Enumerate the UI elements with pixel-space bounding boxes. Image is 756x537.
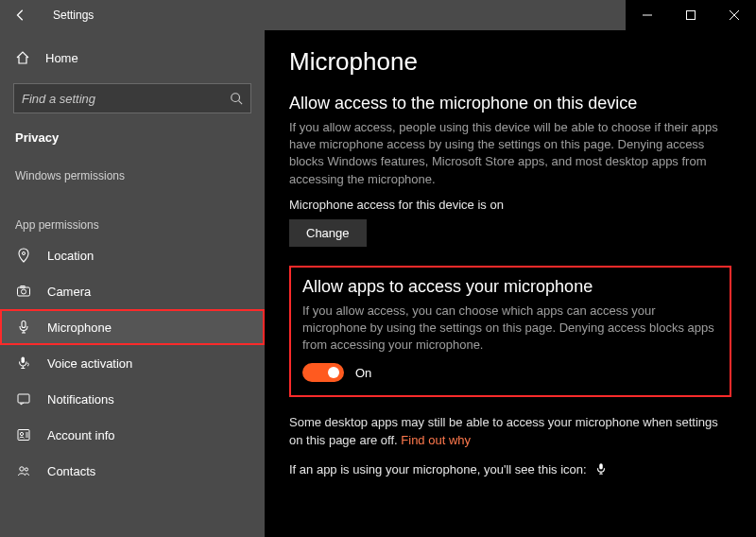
device-access-description: If you allow access, people using this d… xyxy=(289,119,731,188)
account-icon xyxy=(15,427,32,442)
sidebar-item-label: Voice activation xyxy=(47,356,132,371)
voice-icon xyxy=(15,355,32,371)
home-nav[interactable]: Home xyxy=(0,40,265,76)
svg-rect-8 xyxy=(18,394,29,403)
search-box[interactable] xyxy=(13,83,251,113)
svg-point-1 xyxy=(232,94,240,102)
sidebar-item-label: Account info xyxy=(47,428,115,442)
notifications-icon xyxy=(15,391,32,407)
sidebar-item-voice-activation[interactable]: Voice activation xyxy=(0,345,265,381)
svg-rect-13 xyxy=(599,464,603,470)
content-pane: Microphone Allow access to the microphon… xyxy=(265,30,756,537)
highlighted-section: Allow apps to access your microphone If … xyxy=(289,266,731,398)
desktop-apps-note: Some desktop apps may still be able to a… xyxy=(289,414,731,448)
sidebar-item-microphone[interactable]: Microphone xyxy=(0,309,265,345)
maximize-button[interactable] xyxy=(669,0,713,30)
minimize-button[interactable] xyxy=(626,0,669,30)
device-access-status: Microphone access for this device is on xyxy=(289,198,731,212)
maximize-icon xyxy=(686,10,696,20)
app-access-toggle[interactable] xyxy=(302,363,344,382)
arrow-left-icon xyxy=(14,9,27,22)
svg-rect-0 xyxy=(687,11,696,20)
sidebar-item-account-info[interactable]: Account info xyxy=(0,417,265,453)
device-access-heading: Allow access to the microphone on this d… xyxy=(289,94,731,113)
sidebar-item-label: Contacts xyxy=(47,464,95,478)
close-button[interactable] xyxy=(713,0,756,30)
svg-rect-6 xyxy=(22,321,26,328)
search-input[interactable] xyxy=(22,92,230,106)
minimize-icon xyxy=(643,10,652,20)
svg-point-12 xyxy=(25,468,27,471)
camera-icon xyxy=(15,284,32,299)
usage-icon-note: If an app is using your microphone, you'… xyxy=(289,462,587,476)
microphone-icon xyxy=(15,320,32,335)
sidebar-item-contacts[interactable]: Contacts xyxy=(0,453,265,489)
toggle-knob xyxy=(328,367,339,378)
home-icon xyxy=(15,50,30,65)
back-button[interactable] xyxy=(0,0,42,30)
sidebar-item-label: Location xyxy=(47,249,94,263)
location-icon xyxy=(15,248,32,263)
microphone-indicator-icon xyxy=(594,462,608,476)
search-icon xyxy=(230,92,243,105)
sidebar-item-notifications[interactable]: Notifications xyxy=(0,381,265,417)
change-button[interactable]: Change xyxy=(289,219,367,247)
app-access-heading: Allow apps to access your microphone xyxy=(302,277,718,297)
window-title: Settings xyxy=(42,9,94,22)
svg-rect-3 xyxy=(18,287,30,296)
home-label: Home xyxy=(45,51,78,65)
sidebar-item-label: Camera xyxy=(47,285,91,299)
contacts-icon xyxy=(15,463,32,478)
titlebar: Settings xyxy=(0,0,756,30)
toggle-state-label: On xyxy=(355,366,371,380)
close-icon xyxy=(730,10,739,20)
sidebar-item-location[interactable]: Location xyxy=(0,237,265,273)
svg-point-10 xyxy=(20,432,23,435)
svg-point-4 xyxy=(22,289,26,294)
sidebar-item-label: Notifications xyxy=(47,392,114,407)
svg-point-11 xyxy=(20,467,24,471)
privacy-header: Privacy xyxy=(0,121,265,152)
windows-permissions-header: Windows permissions xyxy=(0,152,265,188)
find-out-why-link[interactable]: Find out why xyxy=(401,433,471,447)
app-access-description: If you allow access, you can choose whic… xyxy=(302,303,718,355)
sidebar: Home Privacy Windows permissions App per… xyxy=(0,30,265,537)
svg-rect-7 xyxy=(22,357,26,364)
app-permissions-header: App permissions xyxy=(0,201,265,237)
page-title: Microphone xyxy=(289,47,731,77)
svg-point-2 xyxy=(23,252,26,255)
sidebar-item-camera[interactable]: Camera xyxy=(0,273,265,309)
sidebar-item-label: Microphone xyxy=(47,320,112,335)
